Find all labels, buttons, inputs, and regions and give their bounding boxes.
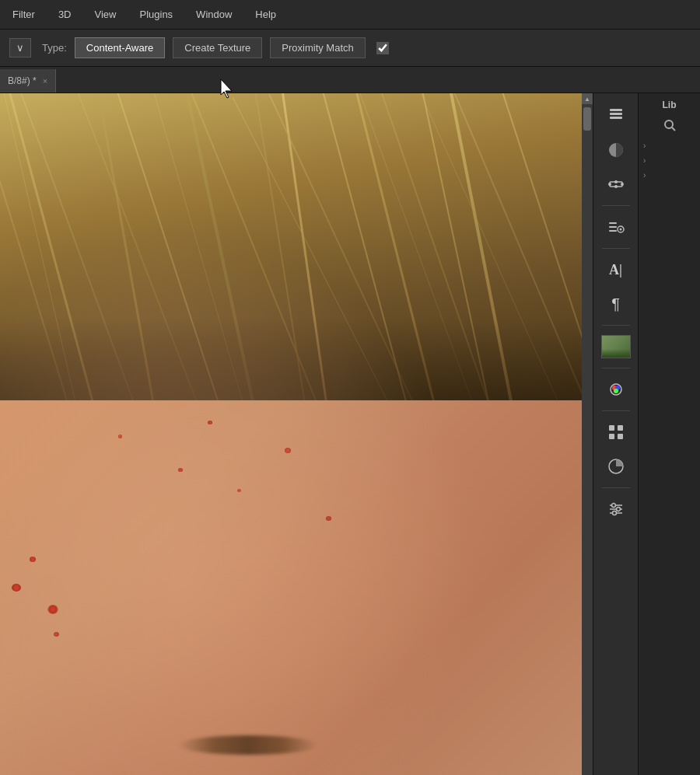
doc-tab-label: B/8#) * — [8, 75, 37, 86]
library-thumbnail-icon[interactable] — [600, 330, 632, 363]
canvas-area[interactable]: ▲ — [0, 93, 593, 775]
svg-point-26 — [616, 508, 620, 511]
fill-type-proximity-match[interactable]: Proximity Match — [270, 37, 365, 58]
tool-dropdown[interactable]: ∨ — [9, 38, 31, 58]
menu-window[interactable]: Window — [191, 5, 236, 23]
dropdown-arrow: ∨ — [16, 42, 24, 54]
menu-3d[interactable]: 3D — [54, 5, 76, 23]
grid-icon[interactable] — [600, 416, 632, 449]
lib-chevron-3: › — [643, 171, 646, 180]
svg-rect-10 — [609, 226, 617, 228]
acne-spot-cluster-1 — [47, 605, 58, 614]
eyebrow-shadow — [178, 735, 318, 755]
options-bar: ∨ Type: Content-Aware Create Texture Pro… — [0, 30, 700, 67]
svg-rect-2 — [610, 109, 622, 111]
acne-spot-9 — [285, 448, 291, 453]
acne-spot-5 — [237, 489, 241, 492]
library-item-2[interactable]: › — [642, 153, 697, 168]
svg-point-28 — [612, 511, 616, 515]
skin-area — [0, 400, 593, 775]
scroll-thumb[interactable] — [583, 107, 591, 131]
svg-rect-19 — [618, 425, 623, 431]
right-panel: A| ¶ — [593, 93, 700, 775]
svg-point-13 — [619, 229, 621, 231]
tool-separator-5 — [602, 410, 630, 411]
tool-separator-3 — [602, 325, 630, 326]
library-panel-title: Lib — [642, 99, 697, 110]
svg-rect-9 — [609, 222, 617, 224]
doc-tab-area: B/8#) * × « — [0, 67, 700, 93]
attributes-icon[interactable] — [600, 211, 632, 243]
option-checkbox[interactable] — [376, 42, 389, 54]
acne-spot-3 — [54, 632, 59, 637]
lib-chevron-2: › — [643, 156, 646, 165]
paragraph-icon-symbol: ¶ — [611, 295, 620, 313]
svg-point-8 — [614, 185, 618, 188]
close-tab-button[interactable]: × — [43, 76, 47, 86]
adjustments-sliders-icon[interactable] — [600, 493, 632, 525]
document-tab[interactable]: B/8#) * × — [0, 69, 56, 93]
svg-rect-21 — [618, 434, 623, 439]
library-search-icon[interactable] — [663, 118, 677, 135]
fill-type-content-aware[interactable]: Content-Aware — [75, 37, 165, 58]
acne-spot-7 — [118, 435, 122, 438]
menu-bar: Filter 3D View Plugins Window Help — [0, 0, 700, 30]
photo-canvas — [0, 93, 593, 775]
svg-point-6 — [621, 183, 624, 186]
svg-line-30 — [672, 127, 675, 131]
library-item-1[interactable]: › — [642, 138, 697, 153]
menu-plugins[interactable]: Plugins — [135, 5, 177, 23]
type-label: Type: — [42, 42, 67, 54]
main-layout: ▲ — [0, 93, 700, 775]
menu-help[interactable]: Help — [250, 5, 281, 23]
tool-separator-2 — [602, 248, 630, 249]
fill-type-create-texture[interactable]: Create Texture — [173, 37, 262, 58]
svg-point-17 — [614, 389, 618, 393]
text-icon[interactable]: A| — [600, 253, 632, 286]
library-item-3[interactable]: › — [642, 168, 697, 183]
mini-thumbnail — [601, 335, 631, 358]
library-panel: Lib › › › — [638, 93, 700, 775]
svg-rect-11 — [609, 230, 617, 232]
canvas-scrollbar-right[interactable]: ▲ — [582, 93, 593, 775]
scroll-up-arrow[interactable]: ▲ — [582, 93, 593, 104]
tool-icons-bar: A| ¶ — [593, 93, 638, 775]
acne-spot-8 — [208, 421, 212, 424]
text-icon-label: A| — [609, 262, 622, 278]
menu-filter[interactable]: Filter — [8, 5, 40, 23]
tool-separator-4 — [602, 368, 630, 368]
filter-icon[interactable] — [600, 450, 632, 483]
lib-chevron-1: › — [643, 141, 646, 150]
option-checkbox-area[interactable] — [376, 42, 389, 54]
svg-rect-1 — [610, 117, 622, 119]
svg-rect-0 — [610, 113, 622, 115]
adjustment-icon[interactable] — [600, 134, 632, 166]
paragraph-icon[interactable]: ¶ — [600, 288, 632, 320]
svg-rect-18 — [609, 425, 614, 431]
layers-icon[interactable] — [600, 99, 632, 132]
svg-point-29 — [665, 120, 673, 128]
acne-spot-6 — [326, 516, 331, 521]
menu-view[interactable]: View — [90, 5, 121, 23]
color-icon[interactable] — [600, 373, 632, 406]
svg-point-7 — [614, 180, 618, 183]
svg-point-24 — [611, 504, 615, 508]
tool-separator-1 — [602, 205, 630, 206]
svg-rect-20 — [609, 434, 614, 439]
svg-point-5 — [608, 183, 611, 186]
transform-icon[interactable] — [600, 168, 632, 201]
tool-separator-6 — [602, 487, 630, 488]
